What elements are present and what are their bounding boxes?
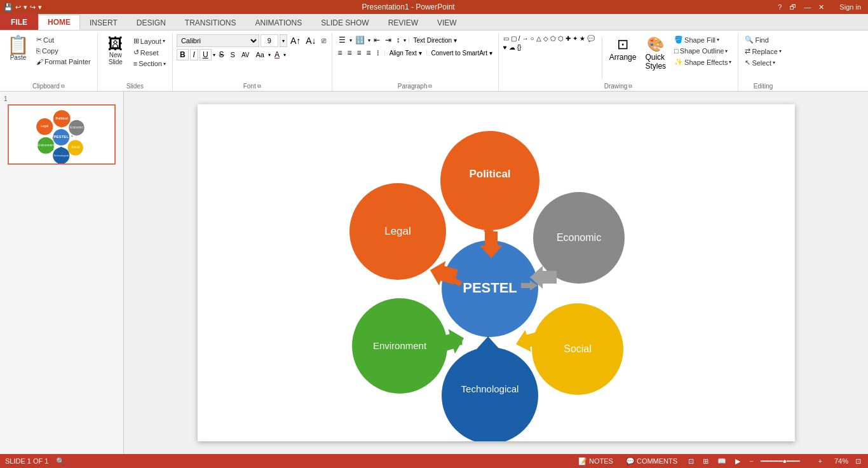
zoom-out-button[interactable]: − [747, 457, 755, 465]
quick-styles-button[interactable]: 🎨 QuickStyles [642, 34, 669, 72]
shape-line[interactable]: / [518, 34, 521, 43]
new-slide-button[interactable]: 🖼 NewSlide [102, 34, 130, 67]
font-name-select[interactable]: Calibri [177, 34, 259, 47]
shape-star4[interactable]: ✦ [572, 34, 578, 43]
shape-bracket[interactable]: {} [517, 43, 522, 52]
close-button[interactable]: ✕ [815, 3, 827, 11]
change-case-button[interactable]: Aa [254, 50, 267, 59]
format-painter-button[interactable]: 🖌 Format Painter [34, 57, 93, 67]
shape-effects-button[interactable]: ✨ Shape Effects ▾ [672, 57, 734, 67]
slide-thumbnail[interactable]: Political Economic Social Technological … [8, 104, 116, 165]
shape-plus[interactable]: ✚ [565, 34, 571, 43]
zoom-in-button[interactable]: + [817, 457, 824, 465]
arrange-button[interactable]: ⊡ Arrange [606, 34, 640, 64]
cut-button[interactable]: ✂ Cut [34, 34, 93, 45]
canvas-area[interactable]: Political Economic Social Technological … [124, 92, 868, 454]
shape-outline-button[interactable]: □ Shape Outline ▾ [672, 46, 734, 56]
clear-format-button[interactable]: ⎚ [320, 36, 328, 45]
drawing-expand[interactable]: ⧉ [628, 83, 632, 90]
accessibility-button[interactable]: 🔍 [56, 457, 65, 465]
line-spacing-button[interactable]: ↕ [395, 35, 402, 45]
bold-button[interactable]: B [177, 49, 189, 60]
font-color-button[interactable]: A [272, 50, 282, 60]
reading-view-button[interactable]: 📖 [715, 457, 728, 465]
shape-hexagon[interactable]: ⬡ [557, 34, 564, 43]
tab-animations[interactable]: ANIMATIONS [245, 15, 311, 30]
sign-in-button[interactable]: Sign in [836, 3, 864, 11]
redo-icon[interactable]: ↪ [30, 3, 36, 11]
increase-font-button[interactable]: A↑ [288, 36, 302, 46]
font-size-dropdown[interactable]: ▾ [280, 34, 287, 47]
shape-heart[interactable]: ♥ [503, 43, 508, 52]
tab-transitions[interactable]: TRANSITIONS [175, 15, 246, 30]
shape-triangle[interactable]: △ [536, 34, 542, 43]
undo-dropdown[interactable]: ▾ [24, 3, 27, 11]
reset-button[interactable]: ↺ Reset [131, 47, 168, 58]
shape-callout[interactable]: 💬 [587, 34, 595, 43]
shadow-button[interactable]: S [228, 50, 238, 59]
layout-button[interactable]: ⊞ Layout ▾ [131, 36, 168, 46]
numbering-dropdown[interactable]: ▾ [368, 38, 370, 43]
slide-sorter-button[interactable]: ⊞ [701, 457, 710, 465]
select-button[interactable]: ↖ Select ▾ [742, 57, 783, 68]
shape-rounded-rect[interactable]: ▢ [510, 34, 517, 43]
paragraph-expand[interactable]: ⧉ [428, 83, 432, 90]
convert-smartart-button[interactable]: Convert to SmartArt ▾ [430, 49, 494, 57]
font-expand[interactable]: ⧉ [257, 83, 261, 90]
justify-button[interactable]: ≡ [365, 48, 373, 58]
undo-icon[interactable]: ↩ [15, 3, 21, 11]
underline-button[interactable]: U [200, 49, 212, 60]
zoom-level[interactable]: 74% [829, 457, 848, 465]
tab-insert[interactable]: INSERT [80, 15, 127, 30]
tab-design[interactable]: DESIGN [127, 15, 175, 30]
strikethrough-button[interactable]: S [217, 50, 227, 60]
shape-cloud[interactable]: ☁ [508, 43, 516, 52]
italic-button[interactable]: I [190, 49, 198, 60]
decrease-font-button[interactable]: A↓ [304, 36, 318, 46]
notes-button[interactable]: 📝 NOTES [574, 457, 617, 465]
font-color-dropdown[interactable]: ▾ [283, 52, 286, 58]
clipboard-expand[interactable]: ⧉ [61, 83, 65, 90]
replace-button[interactable]: ⇄ Replace ▾ [742, 46, 783, 57]
tab-review[interactable]: REVIEW [379, 15, 428, 30]
paste-button[interactable]: 📋 Paste [4, 34, 32, 63]
shape-diamond[interactable]: ◇ [543, 34, 549, 43]
increase-indent-button[interactable]: ⇥ [383, 35, 393, 45]
change-case-dropdown[interactable]: ▾ [268, 52, 271, 58]
shape-pentagon[interactable]: ⬠ [550, 34, 557, 43]
tab-view[interactable]: VIEW [428, 15, 466, 30]
shape-arrow[interactable]: → [522, 34, 529, 43]
tab-file[interactable]: FILE [0, 13, 38, 30]
shape-fill-button[interactable]: 🪣 Shape Fill ▾ [672, 34, 734, 45]
save-icon[interactable]: 💾 [4, 3, 13, 11]
minimize-button[interactable]: — [801, 3, 814, 11]
char-spacing-button[interactable]: AV [239, 51, 252, 59]
underline-dropdown[interactable]: ▾ [213, 52, 215, 58]
decrease-indent-button[interactable]: ⇤ [372, 35, 382, 45]
help-button[interactable]: ? [775, 3, 785, 11]
align-text-button[interactable]: Align Text ▾ [388, 49, 424, 57]
text-direction-button[interactable]: Text Direction ▾ [412, 36, 459, 45]
align-right-button[interactable]: ≡ [355, 48, 363, 58]
tab-slideshow[interactable]: SLIDE SHOW [311, 15, 378, 30]
numbering-button[interactable]: 🔢 [353, 35, 367, 45]
shape-star5[interactable]: ★ [579, 34, 586, 43]
restore-button[interactable]: 🗗 [786, 3, 799, 11]
line-spacing-dropdown[interactable]: ▾ [403, 38, 406, 43]
comments-button[interactable]: 💬 COMMENTS [622, 457, 681, 465]
shape-rect[interactable]: ▭ [503, 34, 510, 43]
font-size-input[interactable] [261, 34, 278, 47]
bullets-button[interactable]: ☰ [336, 34, 348, 46]
copy-button[interactable]: ⎘ Copy [34, 46, 93, 56]
find-button[interactable]: 🔍 Find [742, 34, 783, 45]
section-button[interactable]: ≡ Section ▾ [131, 59, 168, 69]
slideshow-button[interactable]: ▶ [733, 457, 742, 465]
columns-button[interactable]: ⫶ [374, 48, 382, 58]
fit-slide-button[interactable]: ⊡ [853, 457, 863, 465]
align-center-button[interactable]: ≡ [346, 48, 354, 58]
zoom-slider[interactable]: ━━━━━●━━━ [761, 457, 811, 465]
align-left-button[interactable]: ≡ [336, 48, 344, 58]
quick-access-toolbar[interactable]: 💾 ↩ ▾ ↪ ▾ [4, 3, 42, 11]
shape-oval[interactable]: ○ [530, 34, 535, 43]
bullets-dropdown[interactable]: ▾ [349, 38, 352, 43]
